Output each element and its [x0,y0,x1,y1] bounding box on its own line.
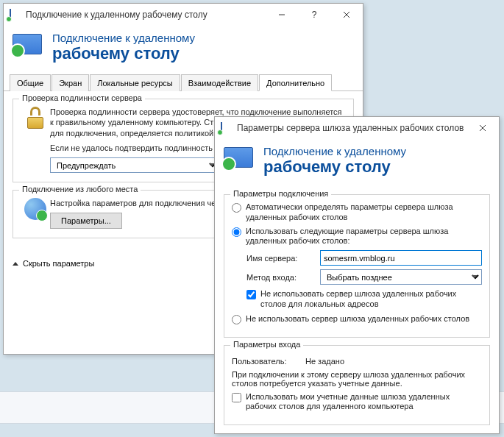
checkbox-use-gateway-creds[interactable] [232,393,241,402]
group-logon-params: Параметры входа Пользователь: Не задано … [224,345,490,426]
logon-method-label: Метод входа: [246,273,320,282]
rdp-app-icon [10,9,21,21]
user-label: Пользователь: [232,357,305,366]
hide-options-label: Скрыть параметры [23,259,94,268]
rdp-app-icon [221,122,233,134]
group-connection-params: Параметры подключения Автоматически опре… [224,194,490,338]
titlebar[interactable]: Подключение к удаленному рабочему столу … [4,4,363,26]
header-banner: Подключение к удаленному рабочему столу [215,139,499,187]
auth-fail-select[interactable]: Предупреждать [50,157,219,173]
gateway-settings-window: Параметры сервера шлюза удаленных рабочи… [214,116,500,434]
radio-auto-detect-label: Автоматически определять параметры серве… [246,202,482,223]
tabs-bar: Общие Экран Локальные ресурсы Взаимодейс… [4,74,363,91]
group-logon-params-title: Параметры входа [230,340,303,349]
radio-use-settings-label: Использовать следующие параметры сервера… [246,227,482,247]
help-icon: ? [312,10,317,20]
group-connect-anywhere-title: Подключение из любого места [19,185,141,193]
header-text: Подключение к удаленному рабочему столу [52,32,195,63]
window-title: Параметры сервера шлюза удаленных рабочи… [237,123,466,133]
header-banner: Подключение к удаленному рабочему столу [4,26,363,74]
radio-use-settings[interactable] [232,227,241,237]
gateway-settings-button[interactable]: Параметры... [50,213,122,229]
group-server-auth-title: Проверка подлинности сервера [19,93,145,102]
gateway-content: Параметры подключения Автоматически опре… [215,187,499,437]
logon-note: При подключении к этому серверу шлюза уд… [232,370,482,388]
rdp-logo-icon [13,34,45,62]
radio-no-gateway-label: Не использовать сервер шлюза удаленных р… [246,314,469,324]
globe-icon [24,198,46,220]
lock-icon [25,107,46,129]
tab-local-resources[interactable]: Локальные ресурсы [90,74,180,91]
header-text: Подключение к удаленному рабочему столу [263,145,406,177]
server-name-input[interactable] [320,250,482,266]
tab-experience[interactable]: Взаимодействие [181,74,258,91]
titlebar[interactable]: Параметры сервера шлюза удаленных рабочи… [215,117,499,139]
chevron-up-icon [13,262,18,266]
logon-method-select[interactable]: Выбрать позднее [320,269,482,285]
help-button[interactable]: ? [298,4,330,26]
radio-no-gateway[interactable] [232,315,241,324]
group-connection-params-title: Параметры подключения [230,189,331,198]
close-button[interactable] [466,118,499,139]
server-name-label: Имя сервера: [246,254,320,263]
user-value: Не задано [305,357,482,366]
tab-advanced[interactable]: Дополнительно [259,74,332,91]
checkbox-use-gateway-creds-label: Использовать мои учетные данные шлюза уд… [246,392,482,413]
checkbox-bypass-local[interactable] [246,290,256,299]
radio-auto-detect[interactable] [232,203,241,213]
checkbox-bypass-local-label: Не использовать сервер шлюза удаленных р… [260,289,482,310]
rdp-logo-icon [224,147,256,175]
tab-display[interactable]: Экран [52,74,89,91]
minimize-button[interactable] [266,4,298,26]
window-title: Подключение к удаленному рабочему столу [26,10,266,20]
tab-general[interactable]: Общие [10,74,51,91]
close-button[interactable] [330,4,363,26]
